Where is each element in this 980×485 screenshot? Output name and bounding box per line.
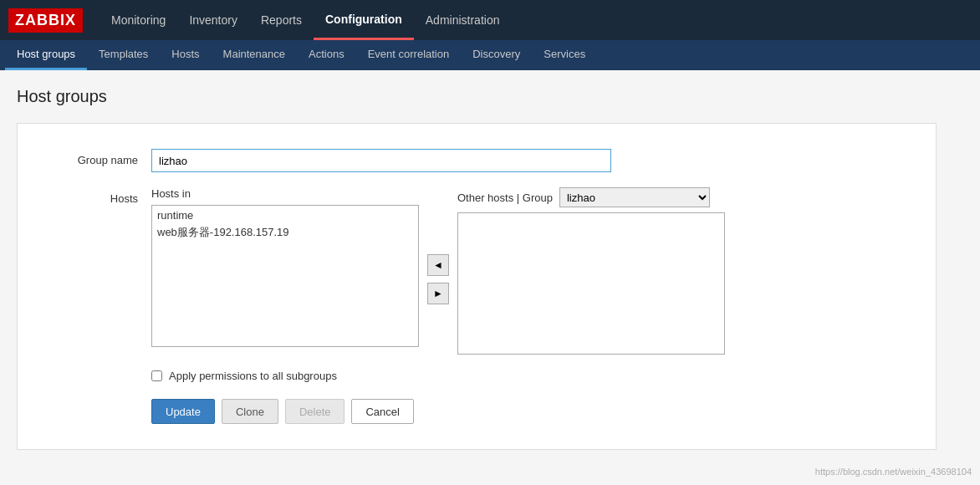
- move-left-button[interactable]: ◄: [427, 254, 449, 276]
- subnav-event-correlation[interactable]: Event correlation: [356, 40, 462, 70]
- group-name-content: [151, 149, 902, 172]
- list-item[interactable]: web服务器-192.168.157.19: [154, 223, 416, 242]
- page-content: Host groups Group name Hosts Hosts in ru…: [0, 70, 980, 485]
- hosts-row-content: Hosts in runtime web服务器-192.168.157.19 ◄…: [151, 187, 902, 355]
- nav-administration[interactable]: Administration: [414, 0, 512, 40]
- subnav-hosts[interactable]: Hosts: [160, 40, 211, 70]
- nav-configuration[interactable]: Configuration: [314, 0, 414, 40]
- arrow-buttons: ◄ ►: [427, 237, 449, 304]
- delete-button: Delete: [285, 399, 345, 424]
- subnav-host-groups[interactable]: Host groups: [5, 40, 87, 70]
- nav-monitoring[interactable]: Monitoring: [100, 0, 177, 40]
- arrow-left-icon: ◄: [433, 259, 443, 271]
- group-name-row: Group name: [51, 149, 902, 172]
- cancel-button[interactable]: Cancel: [351, 399, 413, 424]
- subnav-actions[interactable]: Actions: [297, 40, 356, 70]
- subnav-discovery[interactable]: Discovery: [461, 40, 532, 70]
- subnav-templates[interactable]: Templates: [87, 40, 160, 70]
- watermark: https://blog.csdn.net/weixin_43698104: [815, 467, 972, 477]
- top-navigation: ZABBIX Monitoring Inventory Reports Conf…: [0, 0, 980, 40]
- list-item[interactable]: runtime: [154, 207, 416, 223]
- apply-permissions-checkbox[interactable]: [151, 370, 162, 381]
- move-right-button[interactable]: ►: [427, 283, 449, 304]
- hosts-in-label: Hosts in: [151, 187, 419, 200]
- hosts-row: Hosts Hosts in runtime web服务器-192.168.15…: [51, 187, 902, 355]
- apply-permissions-row: Apply permissions to all subgroups: [151, 370, 902, 382]
- nav-reports[interactable]: Reports: [249, 0, 314, 40]
- hosts-label: Hosts: [51, 187, 151, 205]
- other-hosts-group-select[interactable]: lizhao: [559, 187, 710, 207]
- other-hosts-list[interactable]: [457, 212, 725, 355]
- group-name-input[interactable]: [151, 149, 611, 172]
- form-container: Group name Hosts Hosts in runtime web服务器…: [17, 123, 937, 450]
- arrow-right-icon: ►: [433, 288, 443, 299]
- other-hosts-area: Other hosts | Group lizhao: [457, 187, 725, 355]
- apply-permissions-label[interactable]: Apply permissions to all subgroups: [169, 370, 337, 382]
- other-hosts-header: Other hosts | Group lizhao: [457, 187, 725, 207]
- sub-navigation: Host groups Templates Hosts Maintenance …: [0, 40, 980, 70]
- group-name-label: Group name: [51, 149, 151, 166]
- action-buttons: Update Clone Delete Cancel: [151, 399, 902, 424]
- zabbix-logo[interactable]: ZABBIX: [8, 8, 83, 33]
- hosts-in-list[interactable]: runtime web服务器-192.168.157.19: [151, 205, 419, 347]
- nav-inventory[interactable]: Inventory: [177, 0, 249, 40]
- subnav-maintenance[interactable]: Maintenance: [212, 40, 297, 70]
- other-hosts-label: Other hosts | Group: [457, 191, 553, 204]
- page-title: Host groups: [17, 87, 963, 106]
- update-button[interactable]: Update: [151, 399, 215, 424]
- hosts-in-area: Hosts in runtime web服务器-192.168.157.19: [151, 187, 419, 347]
- clone-button[interactable]: Clone: [222, 399, 278, 424]
- hosts-content: Hosts in runtime web服务器-192.168.157.19 ◄…: [151, 187, 902, 355]
- subnav-services[interactable]: Services: [532, 40, 597, 70]
